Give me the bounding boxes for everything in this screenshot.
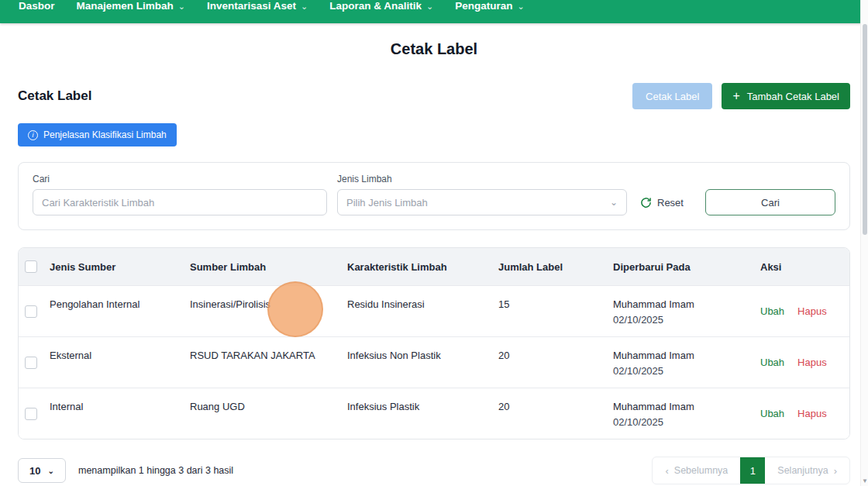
row-checkbox-cell: [19, 305, 50, 318]
updated-by: Muhammad Imam: [613, 350, 754, 361]
updated-date: 02/10/2025: [613, 416, 754, 428]
info-icon: i: [28, 130, 38, 140]
updated-by: Muhammad Imam: [613, 401, 754, 412]
select-all-checkbox[interactable]: [25, 260, 37, 273]
cell-aksi: Ubah Hapus: [760, 305, 849, 317]
row-checkbox-cell: [19, 408, 50, 420]
chevron-down-icon: ⌄: [301, 0, 308, 14]
reset-icon: [640, 197, 652, 209]
nav-item-label: Dasbor: [19, 0, 55, 14]
chevron-down-icon: ⌄: [426, 0, 433, 14]
main-content: Cetak Label Cetak Label Cetak Label + Ta…: [0, 40, 868, 484]
nav-item-laporan-analitik[interactable]: Laporan & Analitik ⌄: [329, 0, 433, 14]
jenis-limbah-select[interactable]: Pilih Jenis Limbah ⌄: [337, 189, 627, 215]
next-page-button[interactable]: Selanjutnya ›: [765, 457, 849, 484]
label-table: Jenis Sumber Sumber Limbah Karakteristik…: [18, 247, 850, 439]
jenis-limbah-label: Jenis Limbah: [337, 174, 627, 184]
cell-diperbarui: Muhammad Imam 02/10/2025: [613, 286, 760, 336]
chevron-right-icon: ›: [834, 465, 837, 477]
cell-jenis-sumber: Eksternal: [50, 337, 190, 372]
nav-item-label: Laporan & Analitik: [329, 0, 422, 14]
pagination: ‹ Sebelumnya 1 Selanjutnya ›: [652, 457, 850, 484]
chevron-down-icon: ⌄: [610, 197, 618, 208]
header-checkbox-cell: [19, 260, 50, 273]
header-jenis-sumber: Jenis Sumber: [50, 261, 190, 273]
cell-jumlah: 20: [498, 337, 613, 372]
row-checkbox[interactable]: [25, 408, 37, 420]
cell-sumber-limbah: RSUD TARAKAN JAKARTA: [190, 337, 347, 372]
nav-item-pengaturan[interactable]: Pengaturan ⌄: [455, 0, 524, 14]
tambah-cetak-label-button[interactable]: + Tambah Cetak Label: [722, 83, 850, 109]
ubah-link[interactable]: Ubah: [760, 408, 784, 419]
filter-card: Cari Jenis Limbah Pilih Jenis Limbah ⌄ R…: [18, 162, 850, 230]
prev-page-button[interactable]: ‹ Sebelumnya: [653, 457, 740, 484]
hapus-link[interactable]: Hapus: [797, 408, 827, 419]
ubah-link[interactable]: Ubah: [760, 357, 784, 368]
page-title: Cetak Label: [18, 40, 850, 58]
cell-sumber-limbah: Insinerasi/Pirolisis: [190, 286, 347, 321]
chevron-down-icon: ⌄: [178, 0, 185, 14]
chevron-down-icon: ⌄: [518, 0, 525, 14]
nav-item-label: Pengaturan: [455, 0, 512, 14]
nav-item-label: Manajemen Limbah: [77, 0, 174, 14]
scrollbar-thumb[interactable]: [863, 24, 867, 235]
section-header: Cetak Label Cetak Label + Tambah Cetak L…: [18, 83, 850, 109]
header-jumlah-label: Jumlah Label: [498, 261, 613, 273]
table-row: Eksternal RSUD TARAKAN JAKARTA Infeksius…: [19, 336, 849, 388]
cell-sumber-limbah: Ruang UGD: [190, 388, 347, 423]
cell-jenis-sumber: Internal: [50, 388, 190, 423]
section-actions: Cetak Label + Tambah Cetak Label: [632, 83, 850, 109]
row-checkbox[interactable]: [25, 305, 37, 318]
current-page-button[interactable]: 1: [740, 457, 765, 484]
section-title: Cetak Label: [18, 88, 91, 104]
jenis-limbah-placeholder: Pilih Jenis Limbah: [346, 197, 428, 209]
top-nav: Dasbor Manajemen Limbah ⌄ Inventarisasi …: [0, 0, 868, 23]
cari-button[interactable]: Cari: [705, 189, 835, 215]
updated-by: Muhammad Imam: [613, 298, 754, 310]
table-row: Pengolahan Internal Insinerasi/Pirolisis…: [19, 285, 849, 336]
nav-item-dasbor[interactable]: Dasbor: [19, 0, 55, 14]
nav-item-label: Inventarisasi Aset: [207, 0, 296, 14]
row-checkbox-cell: [19, 357, 50, 369]
jenis-limbah-field-group: Jenis Limbah Pilih Jenis Limbah ⌄: [337, 174, 627, 215]
hapus-link[interactable]: Hapus: [797, 357, 827, 368]
reset-button[interactable]: Reset: [640, 189, 684, 215]
updated-date: 02/10/2025: [613, 365, 754, 377]
search-field-label: Cari: [33, 174, 327, 184]
chevron-down-icon: ⌄: [48, 467, 54, 475]
cell-aksi: Ubah Hapus: [760, 408, 849, 419]
chevron-left-icon: ‹: [665, 465, 668, 477]
cell-jumlah: 20: [498, 388, 613, 423]
cell-karakteristik: Infeksius Non Plastik: [347, 337, 498, 372]
ubah-link[interactable]: Ubah: [760, 305, 784, 317]
scrollbar: ▼: [860, 0, 868, 486]
updated-date: 02/10/2025: [613, 314, 754, 326]
search-field-group: Cari: [33, 174, 327, 215]
cell-karakteristik: Infeksius Plastik: [347, 388, 498, 423]
cell-jenis-sumber: Pengolahan Internal: [50, 286, 190, 321]
scroll-down-arrow-icon[interactable]: ▼: [861, 478, 868, 484]
row-checkbox[interactable]: [25, 357, 37, 369]
nav-item-manajemen-limbah[interactable]: Manajemen Limbah ⌄: [77, 0, 186, 14]
header-aksi: Aksi: [760, 261, 849, 273]
header-diperbarui-pada: Diperbarui Pada: [613, 261, 760, 273]
penjelasan-button-label: Penjelasan Klasifikasi Limbah: [43, 129, 167, 140]
hapus-link[interactable]: Hapus: [797, 305, 827, 317]
reset-label: Reset: [657, 197, 684, 209]
cell-diperbarui: Muhammad Imam 02/10/2025: [613, 388, 760, 439]
table-row: Internal Ruang UGD Infeksius Plastik 20 …: [19, 388, 849, 439]
results-summary: menampilkan 1 hingga 3 dari 3 hasil: [78, 465, 233, 476]
penjelasan-klasifikasi-button[interactable]: i Penjelasan Klasifikasi Limbah: [18, 123, 177, 146]
header-karakteristik-limbah: Karakteristik Limbah: [347, 261, 498, 273]
prev-page-label: Sebelumnya: [674, 465, 728, 476]
header-sumber-limbah: Sumber Limbah: [190, 261, 347, 273]
cetak-label-button[interactable]: Cetak Label: [632, 83, 712, 109]
plus-icon: +: [732, 90, 739, 102]
page-size-value: 10: [29, 465, 40, 477]
nav-item-inventarisasi-aset[interactable]: Inventarisasi Aset ⌄: [207, 0, 308, 14]
cell-diperbarui: Muhammad Imam 02/10/2025: [613, 337, 760, 388]
search-input[interactable]: [33, 189, 327, 215]
page-size-select[interactable]: 10 ⌄: [18, 458, 66, 483]
table-header-row: Jenis Sumber Sumber Limbah Karakteristik…: [19, 248, 849, 285]
cell-jumlah: 15: [498, 286, 613, 321]
